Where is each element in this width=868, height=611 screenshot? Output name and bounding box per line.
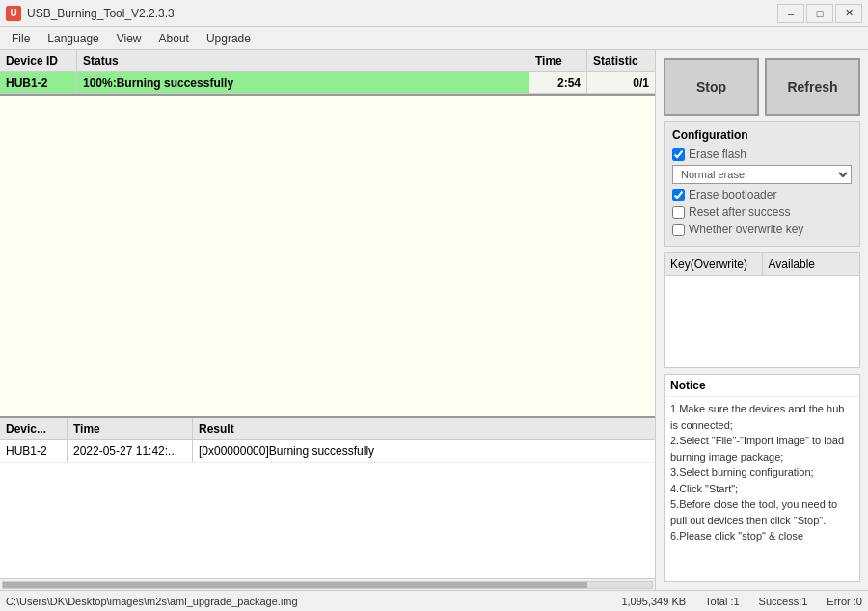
menu-file[interactable]: File [4,30,38,47]
erase-bootloader-item: Erase bootloader [672,188,852,201]
erase-bootloader-checkbox[interactable] [672,189,685,201]
log-result: [0x00000000]Burning successfully [193,440,655,462]
stop-button[interactable]: Stop [664,58,759,116]
col-header-time: Time [529,50,587,71]
col-header-status: Status [77,50,529,71]
app-icon: U [6,6,21,21]
row-device-id: HUB1-2 [0,72,77,93]
right-panel: Stop Refresh Configuration Erase flash N… [656,50,868,590]
reset-after-success-label: Reset after success [689,205,790,219]
col-header-device: Device ID [0,50,77,71]
status-size: 1,095,349 KB [621,596,686,607]
notice-line-6: 6.Please click "stop" & close [670,528,854,545]
menu-about[interactable]: About [151,30,197,47]
minimize-button[interactable]: – [777,4,804,23]
row-time: 2:54 [529,72,587,93]
maximize-button[interactable]: □ [806,4,833,23]
whether-overwrite-checkbox[interactable] [672,224,685,236]
erase-flash-checkbox[interactable] [672,148,685,161]
reset-after-success-checkbox[interactable] [672,206,685,219]
app-icon-label: U [10,8,16,18]
log-row[interactable]: HUB1-2 2022-05-27 11:42:... [0x00000000]… [0,440,655,463]
notice-text: 1.Make sure the devices and the hub is c… [665,397,859,548]
key-body [665,276,859,353]
notice-section: Notice 1.Make sure the devices and the h… [664,374,860,582]
table-empty-area [0,96,655,416]
log-scroll-track[interactable] [2,581,653,589]
notice-line-2: 2.Select "File"-"Import image" to load b… [670,433,854,465]
title-bar-controls: – □ ✕ [777,4,862,23]
status-total: Total :1 [705,596,739,607]
erase-bootloader-label: Erase bootloader [689,188,776,201]
erase-mode-select[interactable]: Normal erase Quick erase Full erase [672,165,852,184]
menu-view[interactable]: View [109,30,149,47]
col-header-statistic: Statistic [587,50,655,71]
log-col-header-device: Devic... [0,418,68,439]
reset-after-success-item: Reset after success [672,205,852,219]
buttons-row: Stop Refresh [664,58,860,116]
log-col-header-result: Result [193,418,655,439]
device-table: Device ID Status Time Statistic HUB1-2 1… [0,50,655,96]
table-row[interactable]: HUB1-2 100%:Burning successfully 2:54 0/… [0,72,655,94]
title-bar: U USB_Burning_Tool_V2.2.3.3 – □ ✕ [0,0,868,27]
key-col1-header: Key(Overwrite) [665,253,763,275]
notice-line-1: 1.Make sure the devices and the hub is c… [670,401,854,433]
status-error: Error :0 [827,596,862,607]
table-header: Device ID Status Time Statistic [0,50,655,72]
log-device: HUB1-2 [0,440,68,462]
whether-overwrite-item: Whether overwrite key [672,223,852,236]
key-header: Key(Overwrite) Available [665,253,859,276]
log-area: Devic... Time Result HUB1-2 2022-05-27 1… [0,416,655,590]
menu-bar: File Language View About Upgrade [0,27,868,50]
menu-language[interactable]: Language [40,30,106,47]
status-success: Success:1 [759,596,808,607]
log-time: 2022-05-27 11:42:... [68,440,193,462]
status-path: C:\Users\DK\Desktop\images\m2s\aml_upgra… [6,596,602,607]
key-col2-header: Available [763,253,860,275]
whether-overwrite-label: Whether overwrite key [689,223,803,236]
config-title: Configuration [672,128,852,142]
title-bar-left: U USB_Burning_Tool_V2.2.3.3 [6,6,175,21]
notice-line-3: 3.Select burning configuration; [670,465,854,481]
key-overwrite-section: Key(Overwrite) Available [664,252,860,368]
notice-line-4: 4.Click "Start"; [670,481,854,497]
left-panel: Device ID Status Time Statistic HUB1-2 1… [0,50,656,590]
main-content: Device ID Status Time Statistic HUB1-2 1… [0,50,868,590]
close-button[interactable]: ✕ [835,4,862,23]
log-scroll-thumb[interactable] [3,582,587,588]
erase-flash-item: Erase flash [672,147,852,161]
row-status: 100%:Burning successfully [77,72,529,93]
menu-upgrade[interactable]: Upgrade [199,30,258,47]
status-bar: C:\Users\DK\Desktop\images\m2s\aml_upgra… [0,590,868,611]
configuration-section: Configuration Erase flash Normal erase Q… [664,121,860,247]
notice-title: Notice [665,375,859,397]
notice-line-5: 5.Before close the tool, you need to pul… [670,496,854,528]
log-scrollbar[interactable] [0,578,655,590]
window-title: USB_Burning_Tool_V2.2.3.3 [27,7,175,20]
row-statistic: 0/1 [587,72,655,93]
erase-flash-label: Erase flash [689,147,746,161]
log-col-header-time: Time [68,418,193,439]
log-header: Devic... Time Result [0,418,655,440]
refresh-button[interactable]: Refresh [765,58,860,116]
